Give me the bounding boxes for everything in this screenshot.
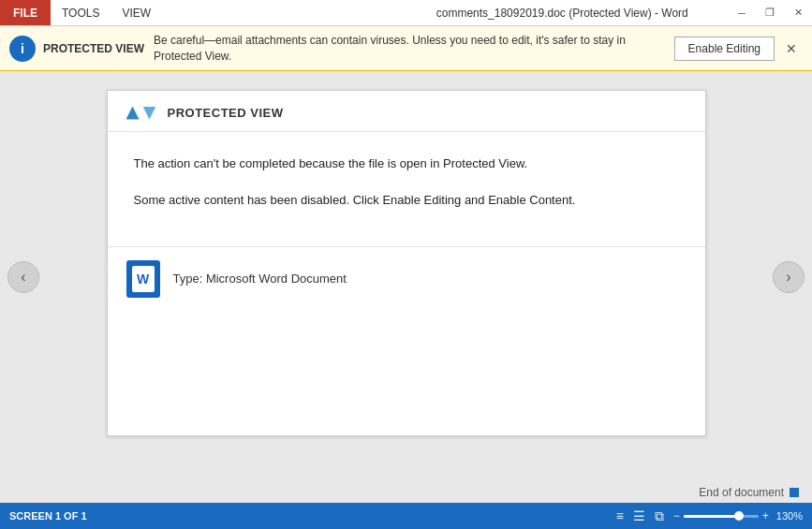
doc-header-title: PROTECTED VIEW — [168, 106, 284, 120]
screen-info: SCREEN 1 OF 1 — [9, 510, 616, 522]
zoom-controls: − + 130% — [673, 509, 803, 522]
protected-view-bar: i PROTECTED VIEW Be careful—email attach… — [0, 26, 812, 71]
doc-header: PROTECTED VIEW — [108, 91, 705, 132]
protected-view-message: Be careful—email attachments can contain… — [154, 33, 665, 65]
status-icon-1[interactable]: ≡ — [616, 508, 624, 523]
next-page-button[interactable]: › — [773, 261, 805, 293]
zoom-level: 130% — [776, 510, 803, 522]
protected-view-label: PROTECTED VIEW — [43, 42, 144, 55]
zoom-slider-fill — [684, 515, 736, 518]
window-controls: ─ ❐ ✕ — [728, 0, 812, 26]
file-tab[interactable]: FILE — [0, 0, 51, 25]
minimize-button[interactable]: ─ — [728, 0, 756, 26]
window-title: comments_18092019.doc (Protected View) -… — [397, 7, 729, 20]
end-of-document-text: End of document — [699, 486, 784, 499]
document-panel: PROTECTED VIEW The action can't be compl… — [107, 90, 706, 436]
tools-tab[interactable]: TOOLS — [58, 3, 103, 23]
status-icon-2[interactable]: ☰ — [633, 508, 645, 523]
word-file-icon: W — [126, 260, 160, 298]
status-bar: SCREEN 1 OF 1 ≡ ☰ ⧉ − + 130% — [0, 503, 812, 529]
doc-body: The action can't be completed because th… — [108, 132, 705, 246]
menu-tabs: TOOLS VIEW — [51, 3, 397, 23]
end-of-document-indicator — [790, 488, 799, 497]
close-button[interactable]: ✕ — [784, 0, 812, 26]
doc-body-text2: Some active content has been disabled. C… — [134, 191, 679, 211]
zoom-in-button[interactable]: + — [762, 509, 769, 522]
enable-editing-button[interactable]: Enable Editing — [674, 37, 775, 61]
protected-view-icon: i — [9, 36, 36, 62]
prev-page-button[interactable]: ‹ — [7, 261, 39, 293]
status-icons: ≡ ☰ ⧉ — [616, 508, 664, 524]
pv-icon-right — [143, 107, 156, 120]
pv-icon-left — [126, 107, 140, 120]
zoom-out-button[interactable]: − — [673, 509, 680, 522]
restore-button[interactable]: ❐ — [756, 0, 784, 26]
end-of-document-bar: End of document — [0, 482, 812, 503]
doc-footer: W Type: Microsoft Word Document — [108, 246, 705, 311]
title-bar: FILE TOOLS VIEW comments_18092019.doc (P… — [0, 0, 812, 26]
doc-type-label: Type: Microsoft Word Document — [173, 272, 347, 286]
zoom-slider[interactable] — [684, 515, 759, 518]
doc-body-text1: The action can't be completed because th… — [134, 154, 679, 174]
view-tab[interactable]: VIEW — [118, 3, 155, 23]
status-icon-3[interactable]: ⧉ — [655, 508, 664, 524]
zoom-slider-thumb — [734, 511, 744, 521]
protected-bar-close-icon[interactable]: ✕ — [780, 37, 803, 60]
doc-protected-icon — [126, 107, 156, 120]
main-content: ‹ PROTECTED VIEW The action can't be com… — [0, 71, 812, 482]
